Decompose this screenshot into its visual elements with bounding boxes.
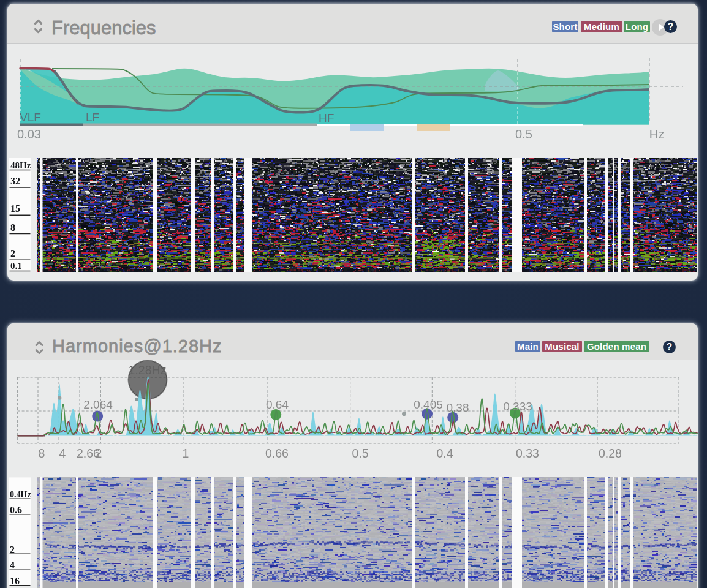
svg-text:Hz: Hz — [649, 127, 664, 141]
svg-text:0.333: 0.333 — [503, 400, 532, 413]
svg-text:0.405: 0.405 — [414, 398, 443, 411]
svg-text:4: 4 — [59, 447, 66, 460]
svg-text:0.4Hz: 0.4Hz — [10, 490, 31, 499]
svg-text:2: 2 — [96, 447, 102, 460]
svg-text:4: 4 — [10, 560, 15, 570]
svg-text:16: 16 — [10, 576, 20, 586]
svg-text:32: 32 — [10, 176, 20, 186]
svg-text:2.064: 2.064 — [83, 398, 113, 411]
svg-text:HF: HF — [319, 111, 334, 124]
svg-text:1.28Hz: 1.28Hz — [129, 363, 167, 377]
svg-text:0.4: 0.4 — [436, 447, 453, 460]
svg-text:2: 2 — [10, 248, 15, 258]
svg-text:0.64: 0.64 — [266, 398, 289, 411]
svg-text:VLF: VLF — [20, 111, 41, 124]
svg-text:48Hz: 48Hz — [10, 160, 31, 170]
svg-text:0.28: 0.28 — [599, 447, 622, 460]
svg-text:0.03: 0.03 — [17, 127, 41, 141]
svg-text:8: 8 — [10, 222, 15, 233]
svg-text:1: 1 — [183, 447, 189, 460]
svg-text:LF: LF — [86, 111, 99, 124]
svg-text:0.66: 0.66 — [265, 447, 289, 460]
svg-text:0.1: 0.1 — [10, 261, 22, 271]
svg-text:15: 15 — [10, 203, 20, 214]
svg-text:2: 2 — [10, 545, 15, 555]
svg-text:0.5: 0.5 — [515, 127, 532, 141]
svg-text:0.5: 0.5 — [352, 447, 368, 460]
svg-text:0.6: 0.6 — [10, 505, 22, 515]
svg-text:8: 8 — [39, 447, 45, 460]
svg-text:0.38: 0.38 — [447, 401, 469, 414]
svg-text:0.33: 0.33 — [516, 447, 539, 460]
